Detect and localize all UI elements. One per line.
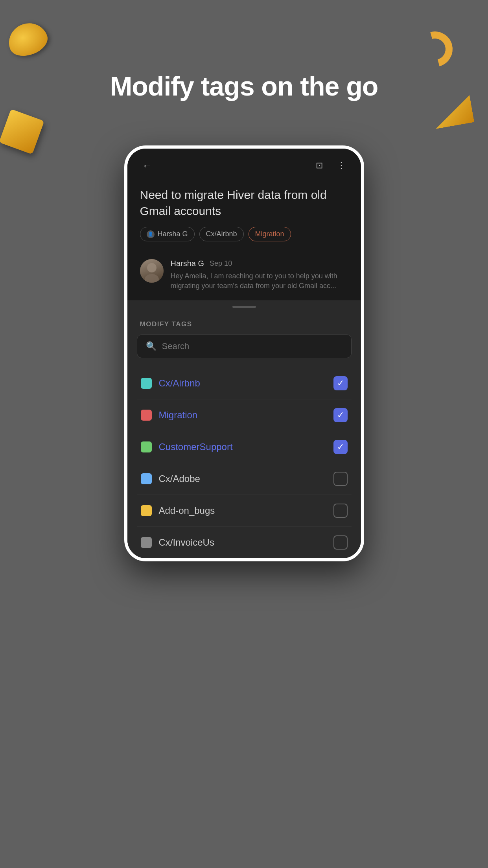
sender-avatar <box>140 259 164 283</box>
avatar-face <box>140 259 164 283</box>
tag-cx-airbnb[interactable]: Cx/Airbnb <box>199 227 244 241</box>
list-item[interactable]: Migration ✓ <box>137 399 352 431</box>
search-bar[interactable]: 🔍 <box>137 335 352 358</box>
list-item[interactable]: Add-on_bugs <box>137 495 352 527</box>
more-options-button[interactable]: ⋮ <box>334 158 348 173</box>
tag-migration[interactable]: Migration <box>249 227 291 241</box>
email-subject-area: Need to migrate Hiver data from old Gmai… <box>127 179 361 251</box>
tag-list: Cx/Airbnb ✓ Migration ✓ CustomerSupport … <box>127 368 361 558</box>
checkbox-cx-adobe[interactable] <box>333 472 348 486</box>
checkbox-migration[interactable]: ✓ <box>333 408 348 422</box>
tag-color-cx-adobe <box>141 473 152 484</box>
message-sender-row: Harsha G Sep 10 <box>171 259 348 268</box>
tag-color-cx-airbnb <box>141 378 152 389</box>
svg-point-0 <box>147 263 157 272</box>
phone-header: ← ⊡ ⋮ <box>127 149 361 179</box>
search-icon: 🔍 <box>146 341 157 351</box>
header-actions: ⊡ ⋮ <box>312 158 348 173</box>
message-date: Sep 10 <box>210 259 232 268</box>
email-subject: Need to migrate Hiver data from old Gmai… <box>140 187 348 219</box>
tag-label-customer-support: CustomerSupport <box>159 441 326 452</box>
message-content: Harsha G Sep 10 Hey Amelia, I am reachin… <box>171 259 348 291</box>
phone-mockup: ← ⊡ ⋮ Need to migrate Hiver data from ol… <box>124 145 364 561</box>
modify-tags-header: MODIFY TAGS <box>127 311 361 335</box>
list-item[interactable]: Cx/InvoiceUs <box>137 527 352 558</box>
tag-migration-label: Migration <box>255 230 284 238</box>
list-item[interactable]: Cx/Adobe <box>137 463 352 495</box>
tag-color-add-on-bugs <box>141 505 152 516</box>
checkbox-add-on-bugs[interactable] <box>333 504 348 518</box>
search-input[interactable] <box>162 341 343 351</box>
tag-color-migration <box>141 410 152 421</box>
tag-assignee[interactable]: 👤 Harsha G <box>140 227 195 241</box>
tag-label-cx-adobe: Cx/Adobe <box>159 473 326 484</box>
tag-label-cx-airbnb: Cx/Airbnb <box>159 378 326 389</box>
email-message-preview: Harsha G Sep 10 Hey Amelia, I am reachin… <box>127 251 361 300</box>
checkbox-cx-invoiceus[interactable] <box>333 535 348 550</box>
tag-color-customer-support <box>141 441 152 452</box>
message-sender: Harsha G <box>171 259 204 268</box>
page-title: Modify tags on the go <box>0 71 488 101</box>
tag-cx-airbnb-label: Cx/Airbnb <box>206 230 237 238</box>
svg-point-1 <box>145 274 159 283</box>
tag-assignee-label: Harsha G <box>158 230 188 238</box>
tag-label-cx-invoiceus: Cx/InvoiceUs <box>159 537 326 548</box>
checkbox-cx-airbnb[interactable]: ✓ <box>333 376 348 390</box>
modify-tags-sheet: MODIFY TAGS 🔍 Cx/Airbnb ✓ Migration ✓ Cu… <box>127 311 361 558</box>
tag-label-add-on-bugs: Add-on_bugs <box>159 505 326 516</box>
checkbox-customer-support[interactable]: ✓ <box>333 440 348 454</box>
message-preview: Hey Amelia, I am reaching out to you to … <box>171 271 348 291</box>
tag-color-cx-invoiceus <box>141 537 152 548</box>
bookmark-button[interactable]: ⊡ <box>312 158 326 173</box>
tag-avatar-icon: 👤 <box>147 230 155 238</box>
tag-label-migration: Migration <box>159 410 326 421</box>
email-tag-row: 👤 Harsha G Cx/Airbnb Migration <box>140 227 348 241</box>
list-item[interactable]: Cx/Airbnb ✓ <box>137 368 352 399</box>
list-item[interactable]: CustomerSupport ✓ <box>137 431 352 463</box>
back-button[interactable]: ← <box>140 158 155 173</box>
drag-handle-bar <box>232 306 256 308</box>
drag-handle[interactable] <box>127 300 361 311</box>
